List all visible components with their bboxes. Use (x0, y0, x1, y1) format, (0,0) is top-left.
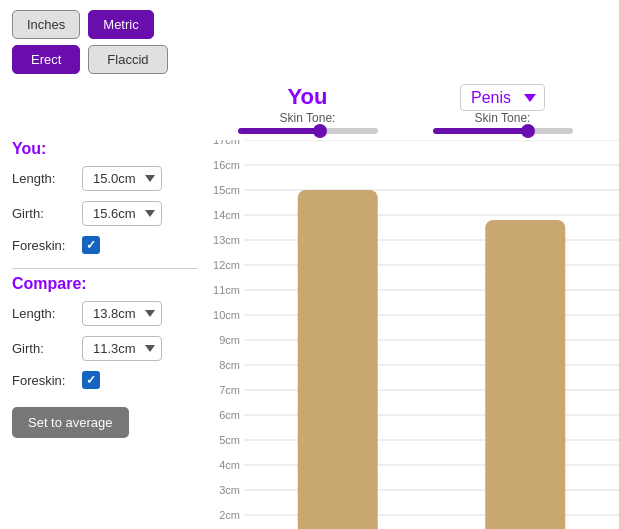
compare-length-label: Length: (12, 306, 74, 321)
svg-text:3cm: 3cm (219, 484, 240, 496)
top-bar: Inches Metric (0, 0, 619, 45)
you-foreskin-label: Foreskin: (12, 238, 74, 253)
you-skin-tone-slider[interactable] (238, 128, 378, 134)
compare-skin-tone-label: Skin Tone: (475, 111, 531, 125)
compare-foreskin-label: Foreskin: (12, 373, 74, 388)
state-row: Erect Flaccid (0, 45, 619, 84)
section-divider (12, 268, 198, 269)
compare-foreskin-row: Foreskin: (12, 371, 198, 389)
compare-section-heading: Compare: (12, 275, 198, 293)
you-foreskin-checkbox[interactable] (82, 236, 100, 254)
svg-text:16cm: 16cm (213, 159, 240, 171)
you-skin-tone: Skin Tone: (210, 111, 405, 134)
flaccid-button[interactable]: Flaccid (88, 45, 167, 74)
svg-text:15cm: 15cm (213, 184, 240, 196)
you-label: You (288, 84, 328, 110)
compare-girth-select[interactable]: 11.3cm 10.0cm 12.0cm (82, 336, 162, 361)
you-girth-row: Girth: 15.6cm 14.0cm 16.0cm (12, 201, 198, 226)
erect-button[interactable]: Erect (12, 45, 80, 74)
svg-text:9cm: 9cm (219, 334, 240, 346)
compare-skin-tone: Skin Tone: (405, 111, 600, 134)
metric-button[interactable]: Metric (88, 10, 153, 39)
compare-foreskin-checkbox[interactable] (82, 371, 100, 389)
main-content: You: Length: 15.0cm 14.0cm 16.0cm Girth:… (0, 140, 619, 529)
you-skin-tone-label: Skin Tone: (280, 111, 336, 125)
compare-length-row: Length: 13.8cm 12.0cm 15.0cm (12, 301, 198, 326)
set-average-button[interactable]: Set to average (12, 407, 129, 438)
svg-text:17cm: 17cm (213, 140, 240, 146)
chart-area: 17cm16cm15cm14cm13cm12cm11cm10cm9cm8cm7c… (210, 140, 619, 529)
svg-text:6cm: 6cm (219, 409, 240, 421)
you-section-heading: You: (12, 140, 198, 158)
penis-dropdown[interactable]: Penis Vagina (460, 84, 545, 111)
inches-button[interactable]: Inches (12, 10, 80, 39)
svg-text:11cm: 11cm (213, 284, 240, 296)
you-girth-label: Girth: (12, 206, 74, 221)
you-length-label: Length: (12, 171, 74, 186)
svg-text:10cm: 10cm (213, 309, 240, 321)
svg-rect-34 (298, 190, 378, 529)
svg-text:14cm: 14cm (213, 209, 240, 221)
svg-text:8cm: 8cm (219, 359, 240, 371)
compare-girth-row: Girth: 11.3cm 10.0cm 12.0cm (12, 336, 198, 361)
svg-rect-35 (485, 220, 565, 529)
you-length-select[interactable]: 15.0cm 14.0cm 16.0cm (82, 166, 162, 191)
penis-column-header: Penis Vagina (405, 84, 600, 111)
compare-length-select[interactable]: 13.8cm 12.0cm 15.0cm (82, 301, 162, 326)
left-panel: You: Length: 15.0cm 14.0cm 16.0cm Girth:… (0, 140, 210, 529)
you-girth-select[interactable]: 15.6cm 14.0cm 16.0cm (82, 201, 162, 226)
svg-text:13cm: 13cm (213, 234, 240, 246)
svg-text:7cm: 7cm (219, 384, 240, 396)
you-column-header: You (210, 84, 405, 111)
svg-text:12cm: 12cm (213, 259, 240, 271)
compare-skin-tone-slider[interactable] (433, 128, 573, 134)
you-foreskin-row: Foreskin: (12, 236, 198, 254)
you-length-row: Length: 15.0cm 14.0cm 16.0cm (12, 166, 198, 191)
compare-girth-label: Girth: (12, 341, 74, 356)
svg-text:2cm: 2cm (219, 509, 240, 521)
skin-tone-row: Skin Tone: Skin Tone: (210, 111, 619, 134)
svg-text:4cm: 4cm (219, 459, 240, 471)
svg-text:5cm: 5cm (219, 434, 240, 446)
